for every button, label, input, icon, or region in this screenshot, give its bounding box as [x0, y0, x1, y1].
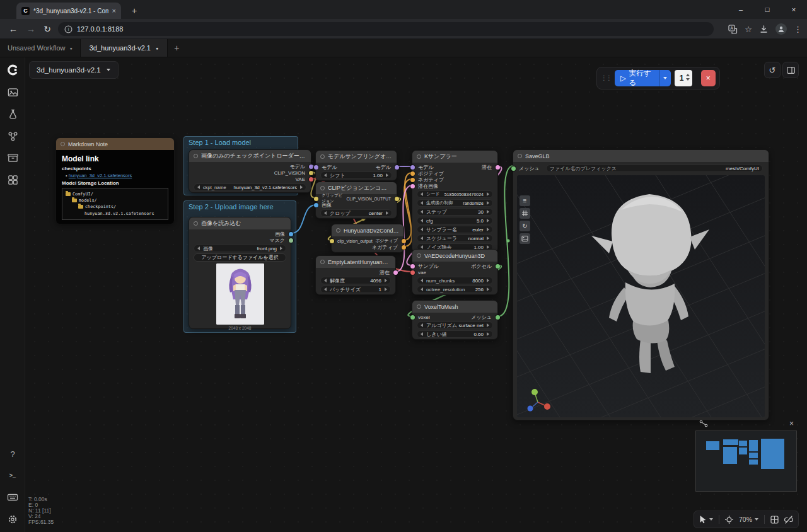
increment-arrow-icon[interactable]	[385, 279, 387, 282]
input-slot-model[interactable]	[410, 165, 415, 170]
sidebar-item-workflows[interactable]	[6, 151, 20, 165]
node-header[interactable]: SaveGLB	[513, 150, 769, 162]
decrement-arrow-icon[interactable]	[324, 173, 327, 177]
batch-count-input[interactable]: 1	[675, 70, 692, 86]
increment-arrow-icon[interactable]	[487, 236, 489, 240]
node-header[interactable]: モデルサンプリングオーラフロー	[316, 151, 397, 163]
output-slot-clip-vision-output[interactable]	[395, 197, 399, 201]
profile-avatar[interactable]	[775, 23, 787, 35]
vae-decode-node[interactable]: VAEDecodeHunyuan3D サンプル ボクセル vae num_chu…	[412, 249, 498, 295]
tab-close-icon[interactable]: ×	[112, 7, 116, 14]
voxel-to-mesh-node[interactable]: VoxelToMesh voxel メッシュ アルゴリズム surface ne…	[412, 300, 498, 340]
widget-shift[interactable]: シフト 1.00	[320, 171, 392, 179]
sidebar-item-terminal[interactable]: >_	[6, 468, 20, 482]
input-slot-clip-vision-output[interactable]	[330, 239, 334, 243]
output-slot-latent[interactable]	[393, 270, 398, 275]
increment-arrow-icon[interactable]	[487, 201, 489, 205]
browser-tab[interactable]: C *3d_hunyuan3d-v2.1 - ComfyUI ×	[16, 3, 121, 19]
node-header[interactable]: 画像を読み込む	[189, 217, 291, 229]
upload-file-button[interactable]: アップロードするファイルを選択	[194, 253, 286, 262]
collapse-dot-icon[interactable]	[194, 154, 198, 158]
decrement-arrow-icon[interactable]	[421, 332, 423, 336]
increment-arrow-icon[interactable]	[487, 323, 489, 327]
node-header[interactable]: 画像のみのチェックポイントローダー（img2vidモ…	[189, 150, 311, 162]
new-workflow-tab-button[interactable]: +	[168, 39, 185, 57]
decrement-arrow-icon[interactable]	[421, 287, 423, 291]
widget-octree-resolution[interactable]: octree_resolution 256	[417, 286, 493, 293]
widget-num-chunks[interactable]: num_chunks 8000	[417, 277, 493, 284]
output-slot-latent[interactable]	[496, 165, 500, 170]
node-header[interactable]: Kサンプラー	[412, 151, 497, 163]
cancel-button[interactable]: ×	[701, 70, 716, 86]
collapse-dot-icon[interactable]	[417, 304, 421, 309]
decrement-arrow-icon[interactable]	[421, 228, 423, 231]
panel-toggle-button[interactable]	[782, 62, 799, 78]
address-bar[interactable]: i 127.0.0.1:8188	[58, 22, 714, 36]
3d-preview[interactable]	[517, 175, 765, 417]
collapse-dot-icon[interactable]	[417, 253, 421, 258]
output-slot-mesh[interactable]	[496, 315, 500, 320]
collapse-dot-icon[interactable]	[194, 221, 198, 226]
decrement-arrow-icon[interactable]	[421, 201, 423, 205]
increment-arrow-icon[interactable]	[386, 173, 388, 177]
increment-arrow-icon[interactable]	[487, 279, 489, 282]
history-button[interactable]: ↺	[764, 62, 781, 78]
output-slot-mask[interactable]	[289, 238, 293, 243]
node-header[interactable]: Hunyuan3Dv2Conditi...	[332, 224, 404, 236]
output-slot-negative[interactable]	[402, 245, 406, 250]
input-slot-model[interactable]	[314, 165, 318, 170]
decrement-arrow-icon[interactable]	[421, 236, 423, 240]
sidebar-item-help[interactable]: ?	[6, 447, 20, 461]
translate-icon[interactable]: A	[728, 25, 738, 34]
new-tab-button[interactable]: +	[128, 4, 141, 17]
sidebar-item-queue[interactable]	[6, 85, 20, 99]
decrement-arrow-icon[interactable]	[421, 219, 423, 223]
minimap[interactable]	[695, 431, 797, 492]
widget-steps[interactable]: ステップ 30	[417, 208, 493, 216]
collapse-dot-icon[interactable]	[320, 260, 325, 264]
input-slot-positive[interactable]	[410, 171, 415, 176]
window-maximize-button[interactable]: □	[754, 0, 781, 19]
output-slot-voxel[interactable]	[496, 264, 500, 269]
output-slot-model[interactable]	[395, 165, 399, 170]
run-options-button[interactable]	[659, 70, 671, 86]
workflow-tab-unsaved[interactable]: Unsaved Workflow ●	[0, 39, 80, 57]
widget-algorithm[interactable]: アルゴリズム surface net	[417, 321, 493, 329]
viewport-orbit-button[interactable]: ↻	[520, 221, 530, 231]
sidebar-item-templates[interactable]	[6, 173, 20, 187]
increment-arrow-icon[interactable]	[487, 192, 489, 196]
markdown-note-node[interactable]: Markdown Note Model link checkpoints • h…	[55, 137, 175, 223]
group-title[interactable]: Step 1 - Load model	[189, 139, 251, 146]
increment-arrow-icon[interactable]	[300, 185, 303, 189]
input-slot-image[interactable]	[314, 203, 318, 207]
decrement-arrow-icon[interactable]	[421, 279, 423, 282]
download-icon[interactable]	[759, 25, 769, 34]
viewport-grid-button[interactable]	[520, 208, 530, 219]
model-sampling-node[interactable]: モデルサンプリングオーラフロー モデル モデル シフト 1.00	[315, 150, 397, 181]
bookmark-star-icon[interactable]: ☆	[745, 25, 752, 34]
empty-latent-node[interactable]: EmptyLatentHunyuan3Dv2 潜在 解像度 4096 バッチサイ…	[315, 255, 396, 295]
output-slot-vae[interactable]	[309, 177, 313, 182]
drag-handle[interactable]: ⋮⋮	[601, 75, 611, 81]
widget-image-file[interactable]: 画像 front.png	[194, 245, 286, 252]
decrement-icon[interactable]	[686, 78, 690, 81]
axis-gizmo[interactable]	[528, 389, 551, 412]
minimap-close-button[interactable]: ×	[789, 419, 794, 428]
output-slot-positive[interactable]	[402, 239, 406, 243]
hunyuan-conditioning-node[interactable]: Hunyuan3Dv2Conditi... clip_vision_output…	[331, 224, 404, 253]
widget-seed[interactable]: シード 5185605083470024	[417, 190, 493, 198]
input-slot-latent-image[interactable]	[410, 184, 415, 188]
widget-resolution[interactable]: 解像度 4096	[320, 277, 391, 284]
increment-arrow-icon[interactable]	[487, 228, 489, 231]
collapse-dot-icon[interactable]	[336, 228, 340, 233]
3d-viewport[interactable]: ≡ ↻	[517, 175, 765, 417]
widget-sampler-name[interactable]: サンプラー名 euler	[417, 226, 493, 233]
node-header[interactable]: VAEDecodeHunyuan3D	[412, 250, 497, 262]
reload-button[interactable]: ↻	[39, 21, 55, 37]
pointer-tool-button[interactable]	[699, 515, 713, 524]
workflow-menu-button[interactable]: 3d_hunyuan3d-v2.1	[29, 61, 119, 79]
workflow-tab-active[interactable]: 3d_hunyuan3d-v2.1 ●	[80, 39, 168, 57]
increment-arrow-icon[interactable]	[386, 211, 388, 215]
decrement-arrow-icon[interactable]	[197, 185, 200, 189]
collapse-dot-icon[interactable]	[320, 154, 325, 159]
